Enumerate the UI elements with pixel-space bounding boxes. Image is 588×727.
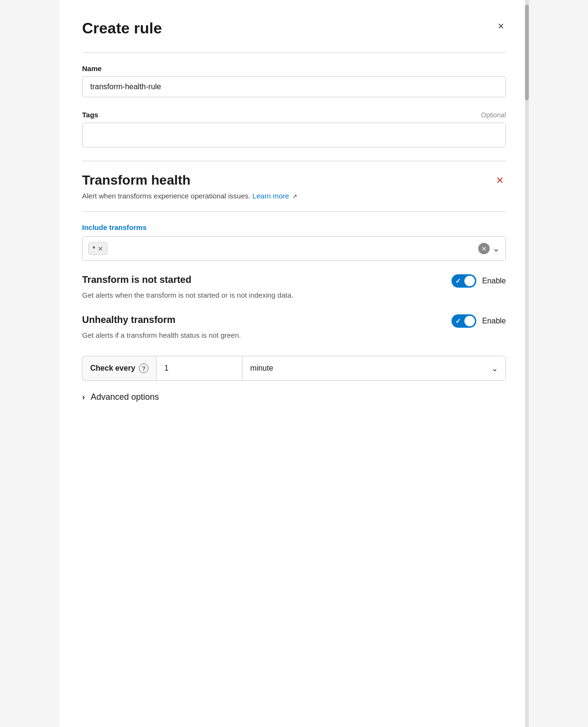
tags-label: Tags (82, 111, 98, 119)
unhealthy-transform-title: Unhealthy transform (82, 314, 311, 325)
modal-title: Create rule (82, 19, 162, 37)
divider-1 (82, 52, 506, 53)
tag-remove-button[interactable]: ✕ (98, 246, 103, 252)
tags-input[interactable] (82, 123, 506, 147)
scrollbar[interactable] (525, 0, 529, 727)
transform-not-started-toggle[interactable]: ✓ (452, 274, 476, 288)
tag-actions: ✕ ⌄ (478, 243, 500, 254)
tag-clear-icon: ✕ (482, 245, 487, 252)
check-every-label: Check every (90, 364, 135, 373)
check-every-label-box: Check every ? (82, 356, 156, 381)
close-button[interactable]: × (496, 19, 506, 33)
transform-health-section: Transform health ✕ Alert when transforms… (82, 173, 506, 200)
divider-3 (82, 211, 506, 212)
name-label: Name (82, 64, 506, 73)
transform-not-started-description: Get alerts when the transform is not sta… (82, 290, 311, 301)
tag-dropdown-button[interactable]: ⌄ (493, 243, 500, 254)
check-every-dropdown-icon: ⌄ (492, 364, 498, 373)
unhealthy-transform-row: Unhealthy transform Get alerts if a tran… (82, 314, 506, 341)
toggle-check-2: ✓ (455, 317, 461, 325)
tags-label-row: Tags Optional (82, 111, 506, 119)
check-every-row: Check every ? minute ⌄ (82, 356, 506, 381)
section-title: Transform health (82, 173, 190, 188)
scrollbar-thumb (525, 5, 529, 100)
check-every-number-input[interactable] (156, 356, 242, 381)
section-remove-icon: ✕ (496, 175, 504, 186)
tag-clear-button[interactable]: ✕ (478, 243, 490, 254)
tags-section: Tags Optional (82, 111, 506, 147)
transform-not-started-enable-label: Enable (482, 277, 506, 285)
transform-not-started-title: Transform is not started (82, 274, 311, 285)
transform-not-started-row: Transform is not started Get alerts when… (82, 274, 506, 301)
optional-text: Optional (481, 111, 506, 119)
create-rule-modal: Create rule × Name Tags Optional Transfo… (59, 0, 529, 727)
help-icon[interactable]: ? (139, 364, 148, 373)
check-every-unit-label: minute (250, 364, 273, 373)
check-every-unit-dropdown[interactable]: minute ⌄ (242, 356, 506, 381)
include-transforms-section: Include transforms * ✕ ✕ ⌄ (82, 223, 506, 261)
unhealthy-transform-toggle[interactable]: ✓ (452, 314, 476, 328)
learn-more-link[interactable]: Learn more (252, 192, 289, 200)
section-description: Alert when transforms experience operati… (82, 192, 506, 200)
section-description-text: Alert when transforms experience operati… (82, 192, 251, 200)
unhealthy-transform-info: Unhealthy transform Get alerts if a tran… (82, 314, 311, 341)
include-transforms-label: Include transforms (82, 223, 506, 231)
toggle-bg-1: ✓ (452, 274, 476, 288)
tag-item: * ✕ (88, 242, 107, 255)
advanced-options-row[interactable]: › Advanced options (82, 392, 506, 402)
tag-search-input[interactable] (111, 245, 474, 253)
section-remove-button[interactable]: ✕ (494, 173, 506, 188)
transform-not-started-toggle-container: ✓ Enable (452, 274, 506, 288)
tag-remove-icon: ✕ (98, 246, 103, 252)
toggle-knob-2 (464, 316, 475, 326)
advanced-options-label: Advanced options (91, 392, 159, 402)
unhealthy-transform-description: Get alerts if a transform health status … (82, 330, 311, 341)
external-link-icon: ↗ (292, 193, 297, 200)
name-section: Name (82, 64, 506, 97)
transform-not-started-info: Transform is not started Get alerts when… (82, 274, 311, 301)
divider-2 (82, 161, 506, 161)
toggle-bg-2: ✓ (452, 314, 476, 328)
tag-input-container: * ✕ ✕ ⌄ (82, 236, 506, 261)
unhealthy-transform-toggle-container: ✓ Enable (452, 314, 506, 328)
tag-value: * (93, 245, 95, 252)
toggle-knob-1 (464, 276, 475, 286)
modal-header: Create rule × (82, 19, 506, 37)
toggle-check-1: ✓ (455, 277, 461, 285)
name-input[interactable] (82, 76, 506, 97)
advanced-options-chevron: › (82, 392, 85, 402)
unhealthy-transform-enable-label: Enable (482, 317, 506, 325)
tag-dropdown-icon: ⌄ (493, 243, 500, 254)
section-header: Transform health ✕ (82, 173, 506, 188)
